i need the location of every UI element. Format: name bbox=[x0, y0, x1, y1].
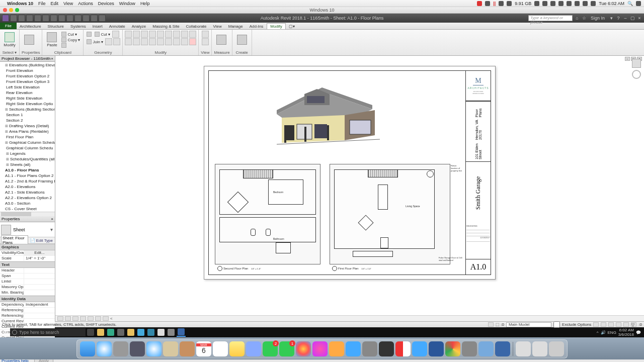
prop-row[interactable]: Lintel bbox=[0, 279, 55, 285]
sb-btn[interactable] bbox=[601, 322, 606, 327]
menubar-icon[interactable] bbox=[575, 1, 580, 6]
close-icon[interactable]: × bbox=[51, 217, 53, 221]
tree-node[interactable]: Left Side Elevation bbox=[0, 84, 55, 90]
sb-btn[interactable] bbox=[593, 322, 599, 327]
tree-node[interactable]: A1.2 - 2nd & Roof Framing Pl bbox=[0, 178, 55, 184]
close-button[interactable] bbox=[3, 8, 7, 12]
dock-revit[interactable] bbox=[495, 341, 510, 356]
browser-tree[interactable]: Elevations (Building ElevationFront Elev… bbox=[0, 62, 55, 212]
prop-row[interactable]: Referencing S.. bbox=[0, 308, 55, 313]
dock-app[interactable] bbox=[130, 341, 145, 356]
tree-node[interactable]: A3.0 - Section bbox=[0, 201, 55, 206]
geom-btn[interactable] bbox=[105, 38, 112, 45]
menubar-icon[interactable] bbox=[507, 1, 512, 6]
dock-app[interactable] bbox=[180, 341, 195, 356]
tree-node[interactable]: A2.1 - Side Elevations bbox=[0, 190, 55, 195]
tree-node[interactable]: A1.0 - Floor Plans bbox=[0, 167, 55, 173]
tree-node[interactable]: Elevations (Building Elevation bbox=[0, 62, 55, 68]
copy-button[interactable] bbox=[157, 31, 164, 38]
taskbar-search[interactable]: Type here to search bbox=[10, 328, 86, 336]
join-button[interactable]: Join ▾ bbox=[86, 39, 104, 44]
dock-photos[interactable] bbox=[296, 341, 311, 356]
tab-view[interactable]: View bbox=[210, 24, 225, 29]
mac-menu-edit[interactable]: Edit bbox=[50, 1, 58, 6]
qat-btn[interactable] bbox=[99, 15, 106, 22]
create-button[interactable] bbox=[234, 31, 250, 49]
menubar-icon[interactable] bbox=[550, 1, 555, 6]
prop-row[interactable]: Scale1/4" = 1'-0" bbox=[0, 256, 55, 261]
cut-button[interactable]: Cut ▾ bbox=[60, 32, 81, 37]
modify-tool[interactable]: Modify bbox=[2, 31, 17, 49]
tab-architecture[interactable]: Architecture bbox=[17, 24, 45, 29]
rotate-button[interactable] bbox=[165, 31, 172, 38]
mod-btn[interactable] bbox=[165, 38, 172, 45]
star-icon[interactable]: ☆ bbox=[582, 16, 587, 21]
scale-button[interactable] bbox=[173, 38, 180, 45]
tab-manage[interactable]: Manage bbox=[225, 24, 247, 29]
dock-parallels[interactable] bbox=[395, 341, 411, 356]
qat-save[interactable] bbox=[18, 15, 25, 22]
prop-row[interactable]: Header bbox=[0, 268, 55, 274]
dock-itunes[interactable] bbox=[312, 341, 328, 356]
qat-sync[interactable] bbox=[26, 15, 33, 22]
dock-autocad[interactable] bbox=[379, 341, 394, 356]
mod-btn[interactable] bbox=[141, 38, 148, 45]
prop-group[interactable]: Graphics bbox=[0, 244, 55, 250]
menubar-icon[interactable] bbox=[542, 1, 547, 6]
tab-collaborate[interactable]: Collaborate bbox=[183, 24, 210, 29]
menubar-icon[interactable] bbox=[499, 1, 504, 6]
tree-node[interactable]: Graphical Column Schedules bbox=[0, 140, 55, 145]
signin-button[interactable]: Sign In bbox=[589, 16, 607, 21]
tb-edge[interactable] bbox=[106, 328, 115, 337]
qat-redo[interactable] bbox=[42, 15, 49, 22]
tree-node[interactable]: CS - Cover Sheet bbox=[0, 206, 55, 212]
geom-btn[interactable] bbox=[112, 31, 119, 38]
zoom-button[interactable] bbox=[15, 8, 19, 12]
tree-node[interactable]: Drafting Views (Detail) bbox=[0, 123, 55, 129]
mac-menu-view[interactable]: View bbox=[63, 1, 73, 6]
tree-node[interactable]: Section 1 bbox=[0, 112, 55, 118]
menubar-icon[interactable] bbox=[567, 1, 572, 6]
close-icon[interactable]: × bbox=[51, 56, 53, 61]
tree-node[interactable]: Front Elevation bbox=[0, 68, 55, 73]
menubar-icon[interactable] bbox=[485, 1, 490, 6]
cut-geom-button[interactable]: Cut ▾ bbox=[94, 32, 111, 37]
tb-mail[interactable] bbox=[156, 328, 166, 337]
qat-btn[interactable] bbox=[91, 15, 98, 22]
measure-button[interactable] bbox=[214, 31, 229, 49]
tab-structure[interactable]: Structure bbox=[45, 24, 67, 29]
properties-button[interactable] bbox=[22, 31, 37, 49]
dock-trash[interactable] bbox=[549, 341, 564, 356]
dock-facetime[interactable] bbox=[279, 341, 294, 356]
menubar-clock[interactable]: Tue 6:02 AM bbox=[599, 1, 624, 6]
minimize-button[interactable] bbox=[9, 8, 13, 12]
win-close[interactable]: × bbox=[637, 16, 642, 21]
tab-context[interactable]: ▢▾ bbox=[286, 24, 298, 29]
win-restore[interactable]: ▢ bbox=[630, 16, 635, 21]
dock-sysprefs[interactable] bbox=[362, 341, 377, 356]
array-button[interactable] bbox=[189, 31, 196, 38]
tree-node[interactable]: Right Side Elevation bbox=[0, 96, 55, 101]
tree-node[interactable]: A2.2 - Elevations Option 2 bbox=[0, 195, 55, 201]
mac-menu-app[interactable]: Windows 10 bbox=[7, 1, 33, 6]
mod-btn[interactable] bbox=[149, 38, 156, 45]
tb-revit[interactable] bbox=[177, 328, 186, 337]
file-tab[interactable]: File bbox=[0, 23, 17, 29]
action-center[interactable]: 💬 bbox=[636, 330, 641, 335]
exclude-options-check[interactable] bbox=[553, 321, 560, 328]
qat-btn[interactable] bbox=[83, 15, 90, 22]
tree-node[interactable]: Right Side Elevation Optio bbox=[0, 101, 55, 107]
align-button[interactable] bbox=[125, 31, 132, 38]
browser-hscroll[interactable] bbox=[0, 212, 55, 216]
vc-btn[interactable] bbox=[103, 316, 109, 321]
dock-textedit[interactable] bbox=[213, 341, 228, 356]
tab-massing[interactable]: Massing & Site bbox=[149, 24, 183, 29]
dock-appstore[interactable] bbox=[346, 341, 361, 356]
tree-node[interactable]: Section 2 bbox=[0, 118, 55, 123]
tb-store[interactable] bbox=[116, 328, 125, 337]
mac-menu-actions[interactable]: Actions bbox=[78, 1, 93, 6]
dock-ibooks[interactable] bbox=[329, 341, 344, 356]
revit-app-button[interactable] bbox=[2, 15, 9, 22]
prop-group[interactable]: Identity Data bbox=[0, 296, 55, 302]
split-button[interactable] bbox=[181, 31, 188, 38]
